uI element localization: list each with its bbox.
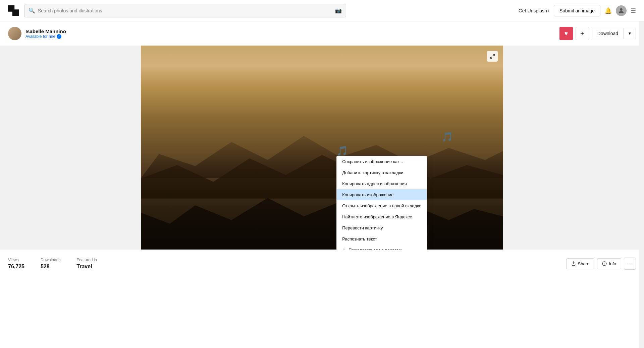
photo-background: 🎵 🎵 — [141, 46, 503, 250]
context-menu: Сохранить изображение как... Добавить ка… — [336, 156, 427, 250]
context-menu-item-find-yandex[interactable]: Найти это изображение в Яндексе — [337, 211, 427, 222]
unsplash-logo[interactable] — [8, 5, 19, 16]
featured-label: Featured in — [76, 258, 97, 262]
context-menu-item-open-tab[interactable]: Открыть изображение в новой вкладке — [337, 200, 427, 211]
downloads-value: 528 — [41, 264, 60, 270]
context-menu-item-copy-image[interactable]: Копировать изображение — [337, 189, 427, 200]
photographer-info: Isabelle Mannino Available for hire ✓ — [8, 27, 66, 40]
featured-stat: Featured in Travel — [76, 258, 97, 270]
stats-footer: Views 76,725 Downloads 528 Featured in T… — [0, 250, 644, 275]
expand-button[interactable] — [487, 51, 498, 62]
photographer-details: Isabelle Mannino Available for hire ✓ — [25, 28, 66, 39]
svg-point-0 — [620, 8, 622, 10]
context-menu-item-translate[interactable]: Перевести картинку — [337, 222, 427, 233]
get-unsplash-link[interactable]: Get Unsplash+ — [519, 8, 550, 13]
info-button[interactable]: Info — [597, 258, 621, 269]
photo-header: Isabelle Mannino Available for hire ✓ ♥ … — [0, 21, 644, 46]
views-stat: Views 76,725 — [8, 258, 24, 270]
search-input[interactable] — [38, 8, 332, 13]
share-button[interactable]: Share — [566, 258, 595, 269]
downloads-label: Downloads — [41, 258, 60, 262]
more-button[interactable]: ⋯ — [624, 258, 636, 270]
balloon-1-icon: 🎵 — [336, 145, 348, 156]
photo-actions: ♥ + Download ▼ — [559, 27, 636, 40]
page-content: Isabelle Mannino Available for hire ✓ ♥ … — [0, 0, 644, 275]
verified-icon: ✓ — [57, 34, 61, 39]
views-label: Views — [8, 258, 24, 262]
context-menu-item-save-image[interactable]: Сохранить изображение как... — [337, 156, 427, 167]
photo-wrapper: 🎵 🎵 Сохранить изображение как... Добавит… — [141, 46, 503, 250]
camera-icon[interactable]: 📷 — [335, 7, 342, 14]
views-value: 76,725 — [8, 264, 24, 270]
photographer-name: Isabelle Mannino — [25, 28, 66, 34]
downloads-stat: Downloads 528 — [41, 258, 60, 270]
context-menu-item-bookmark[interactable]: Добавить картинку в закладки — [337, 167, 427, 178]
search-bar: 🔍 📷 — [24, 4, 346, 17]
search-icon: 🔍 — [29, 7, 35, 14]
context-menu-item-recognize-text[interactable]: Распознать текст — [337, 233, 427, 245]
featured-value: Travel — [76, 264, 97, 270]
photographer-avatar[interactable] — [8, 27, 21, 40]
photo-container: 🎵 🎵 Сохранить изображение как... Добавит… — [0, 46, 644, 250]
context-menu-item-report-ad[interactable]: ⚠ Пожаловаться на рекламу — [337, 245, 427, 250]
balloon-2-icon: 🎵 — [441, 131, 453, 142]
notifications-icon[interactable]: 🔔 — [604, 7, 612, 14]
download-button-group: Download ▼ — [592, 28, 636, 39]
download-caret-button[interactable]: ▼ — [624, 28, 636, 39]
submit-image-button[interactable]: Submit an image — [554, 5, 600, 16]
navbar: 🔍 📷 Get Unsplash+ Submit an image 🔔 ☰ — [0, 0, 644, 21]
scrollbar[interactable] — [639, 0, 644, 348]
hamburger-menu-icon[interactable]: ☰ — [631, 7, 636, 14]
download-button[interactable]: Download — [592, 28, 624, 39]
context-menu-item-copy-address[interactable]: Копировать адрес изображения — [337, 178, 427, 189]
like-button[interactable]: ♥ — [559, 27, 573, 40]
navbar-right: Get Unsplash+ Submit an image 🔔 ☰ — [519, 5, 636, 16]
footer-actions: Share Info ⋯ — [566, 258, 636, 270]
collect-button[interactable]: + — [576, 27, 589, 40]
avatar[interactable] — [616, 5, 627, 16]
available-hire-label[interactable]: Available for hire ✓ — [25, 34, 66, 39]
